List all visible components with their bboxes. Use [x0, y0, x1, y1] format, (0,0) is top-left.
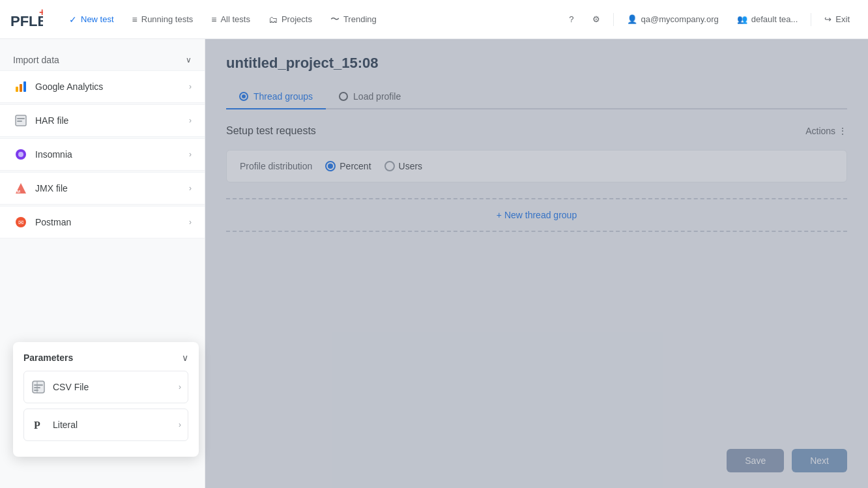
user-icon: 👤 — [627, 14, 637, 24]
nav-team[interactable]: 👥 default tea... — [729, 10, 806, 28]
parameters-item-csv[interactable]: CSV File › — [23, 371, 188, 403]
gear-icon: ⚙ — [592, 14, 600, 24]
nav-all-tests-label: All tests — [220, 14, 250, 24]
nav-user-label: qa@mycompany.org — [641, 14, 719, 24]
jmx-icon: M — [13, 180, 29, 196]
literal-icon: P — [31, 417, 46, 433]
jmx-file-label: JMX file — [35, 183, 68, 194]
nav-projects[interactable]: 🗂 Projects — [261, 10, 320, 29]
parameters-popup: Parameters ∨ CSV File — [13, 342, 199, 457]
svg-rect-3 — [20, 84, 22, 92]
google-analytics-chevron-icon: › — [189, 82, 192, 91]
csv-chevron-icon: › — [179, 382, 181, 392]
list2-icon: ≡ — [211, 14, 216, 25]
har-file-label: HAR file — [35, 115, 68, 126]
help-icon: ? — [569, 14, 573, 24]
nav-help[interactable]: ? — [561, 10, 581, 28]
svg-text:✉: ✉ — [18, 219, 23, 226]
nav-right: ? ⚙ 👤 qa@mycompany.org 👥 default tea... … — [561, 10, 858, 28]
insomnia-icon — [13, 147, 29, 162]
literal-chevron-icon: › — [179, 420, 181, 429]
svg-rect-2 — [16, 87, 18, 92]
trending-icon: 〜 — [330, 14, 340, 25]
team-icon: 👥 — [737, 14, 747, 24]
top-navigation: PFLB + ✓ New test ≡ Running tests ≡ All … — [0, 0, 868, 39]
svg-point-9 — [18, 152, 23, 157]
svg-text:+: + — [39, 7, 43, 18]
parameters-header: Parameters ∨ — [23, 352, 188, 363]
insomnia-chevron-icon: › — [189, 150, 192, 159]
sidebar-item-insomnia[interactable]: Insomnia › — [0, 138, 205, 171]
postman-label: Postman — [35, 217, 71, 227]
main-content: untitled_project_15:08 Thread groups Loa… — [205, 39, 868, 488]
google-analytics-label: Google Analytics — [35, 81, 103, 92]
svg-text:PFLB: PFLB — [10, 13, 43, 29]
check-icon: ✓ — [69, 14, 77, 25]
sidebar: Import data ∨ Google Analytics › — [0, 39, 205, 488]
nav-all-tests[interactable]: ≡ All tests — [203, 10, 258, 29]
nav-settings[interactable]: ⚙ — [585, 10, 608, 28]
svg-text:P: P — [34, 420, 40, 431]
nav-user[interactable]: 👤 qa@mycompany.org — [619, 10, 727, 28]
exit-icon: ↪ — [824, 14, 832, 24]
csv-file-label: CSV File — [53, 382, 89, 392]
sidebar-item-postman[interactable]: ✉ Postman › — [0, 206, 205, 238]
nav-divider-1 — [613, 13, 614, 26]
har-file-chevron-icon: › — [189, 116, 192, 125]
nav-running-tests-label: Running tests — [141, 14, 194, 24]
svg-text:M: M — [17, 190, 20, 194]
nav-team-label: default tea... — [751, 14, 798, 24]
folder-icon: 🗂 — [268, 14, 278, 25]
parameters-item-literal[interactable]: P Literal › — [23, 409, 188, 441]
google-analytics-icon — [13, 79, 29, 94]
literal-label: Literal — [53, 420, 78, 430]
svg-rect-6 — [17, 118, 25, 119]
import-data-chevron-icon: ∨ — [186, 55, 192, 65]
parameters-title: Parameters — [23, 352, 73, 363]
nav-new-test[interactable]: ✓ New test — [61, 10, 122, 29]
sidebar-item-jmx-file[interactable]: M JMX file › — [0, 172, 205, 205]
sidebar-item-har-file[interactable]: HAR file › — [0, 104, 205, 137]
svg-rect-15 — [34, 384, 43, 386]
svg-rect-4 — [23, 81, 26, 92]
nav-trending[interactable]: 〜 Trending — [323, 10, 384, 29]
import-data-section[interactable]: Import data ∨ — [0, 50, 205, 70]
nav-exit-label: Exit — [835, 14, 850, 24]
sidebar-item-google-analytics[interactable]: Google Analytics › — [0, 70, 205, 103]
postman-chevron-icon: › — [189, 218, 192, 227]
nav-exit[interactable]: ↪ Exit — [817, 10, 858, 28]
csv-file-icon — [31, 379, 46, 395]
postman-icon: ✉ — [13, 214, 29, 230]
overlay — [205, 39, 868, 488]
import-data-title: Import data — [13, 55, 59, 65]
svg-rect-7 — [17, 121, 22, 122]
nav-new-test-label: New test — [81, 14, 114, 24]
har-file-icon — [13, 113, 29, 128]
jmx-file-chevron-icon: › — [189, 184, 192, 193]
main-layout: Import data ∨ Google Analytics › — [0, 39, 868, 488]
list-icon: ≡ — [132, 14, 137, 25]
insomnia-label: Insomnia — [35, 149, 72, 160]
nav-divider-2 — [811, 13, 811, 26]
svg-rect-17 — [34, 390, 38, 391]
nav-projects-label: Projects — [282, 14, 312, 24]
logo[interactable]: PFLB + — [10, 7, 48, 33]
nav-trending-label: Trending — [343, 14, 377, 24]
parameters-chevron-icon[interactable]: ∨ — [182, 352, 188, 363]
nav-running-tests[interactable]: ≡ Running tests — [124, 10, 201, 29]
